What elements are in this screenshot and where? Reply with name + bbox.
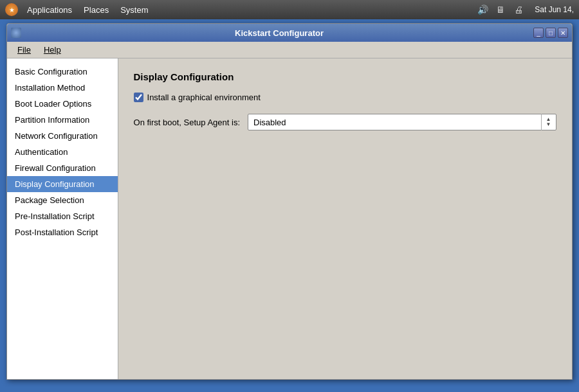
sidebar-item-package-selection[interactable]: Package Selection xyxy=(7,192,118,208)
help-menu[interactable]: Help xyxy=(39,43,66,57)
graphical-env-checkbox[interactable] xyxy=(134,93,143,102)
taskbar-app-icon: ★ xyxy=(5,3,18,16)
battery-icon: 🖨 xyxy=(511,3,526,17)
sidebar-item-boot-loader-options[interactable]: Boot Loader Options xyxy=(7,96,118,112)
close-button[interactable]: ✕ xyxy=(558,28,568,38)
sidebar-item-firewall-configuration[interactable]: Firewall Configuration xyxy=(7,160,118,176)
graphical-env-label: Install a graphical environment xyxy=(147,93,261,102)
file-menu[interactable]: File xyxy=(12,43,36,57)
taskbar-left: ★ Applications Places System xyxy=(5,3,153,16)
graphical-env-row: Install a graphical environment xyxy=(134,93,556,102)
window-body: Basic Configuration Installation Method … xyxy=(7,58,572,379)
sidebar-item-display-configuration[interactable]: Display Configuration xyxy=(7,176,118,192)
sidebar: Basic Configuration Installation Method … xyxy=(7,58,118,379)
window-title: Kickstart Configurator xyxy=(25,28,533,38)
minimize-button[interactable]: _ xyxy=(533,28,544,38)
taskbar-places[interactable]: Places xyxy=(78,4,114,16)
taskbar-icons: 🔊 🖥 🖨 Sat Jun 14, xyxy=(475,3,574,17)
main-content: Display Configuration Install a graphica… xyxy=(118,58,572,379)
title-bar: Kickstart Configurator _ □ ✕ xyxy=(7,24,572,42)
sidebar-item-installation-method[interactable]: Installation Method xyxy=(7,80,118,96)
sidebar-item-authentication[interactable]: Authentication xyxy=(7,144,118,160)
network-icon: 🖥 xyxy=(493,3,508,17)
menu-bar: File Help xyxy=(7,42,572,58)
title-bar-icon xyxy=(11,28,21,38)
setup-agent-select[interactable]: Disabled Enabled Enabled once xyxy=(248,114,556,130)
main-window: Kickstart Configurator _ □ ✕ File Help B… xyxy=(6,23,573,380)
taskbar-system[interactable]: System xyxy=(115,4,153,16)
sidebar-item-post-installation-script[interactable]: Post-Installation Script xyxy=(7,224,118,240)
sidebar-item-partition-information[interactable]: Partition Information xyxy=(7,112,118,128)
taskbar: ★ Applications Places System 🔊 🖥 🖨 Sat J… xyxy=(0,0,579,19)
content-title: Display Configuration xyxy=(134,71,556,82)
taskbar-applications[interactable]: Applications xyxy=(22,4,77,16)
sidebar-item-basic-configuration[interactable]: Basic Configuration xyxy=(7,64,118,80)
setup-agent-select-wrapper: Disabled Enabled Enabled once ▲ ▼ xyxy=(248,114,556,130)
taskbar-time: Sat Jun 14, xyxy=(535,5,574,14)
setup-agent-label: On first boot, Setup Agent is: xyxy=(134,118,240,127)
sidebar-item-network-configuration[interactable]: Network Configuration xyxy=(7,128,118,144)
volume-icon: 🔊 xyxy=(475,3,490,17)
title-bar-controls: _ □ ✕ xyxy=(533,28,568,38)
setup-agent-row: On first boot, Setup Agent is: Disabled … xyxy=(134,114,556,130)
sidebar-item-pre-installation-script[interactable]: Pre-Installation Script xyxy=(7,208,118,224)
maximize-button[interactable]: □ xyxy=(546,28,556,38)
